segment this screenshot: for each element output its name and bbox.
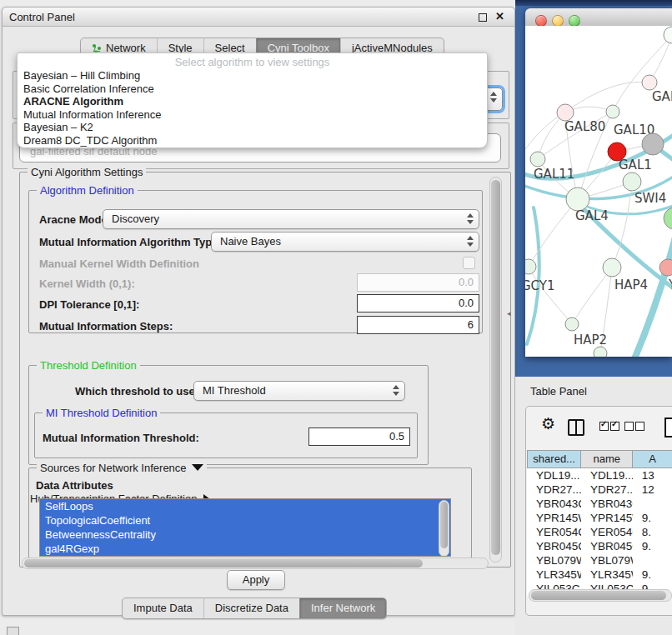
settings-vertical-scrollbar[interactable] — [489, 177, 502, 562]
sources-group-title[interactable]: Sources for Network Inference — [37, 462, 207, 474]
dropdown-item[interactable]: Mutual Information Inference — [18, 108, 487, 122]
network-icon — [92, 43, 102, 53]
control-panel-titlebar[interactable]: Control Panel ✕ — [3, 8, 514, 27]
group-title: MI Threshold Definition — [43, 407, 160, 419]
deselect-all-checkbox-icon[interactable] — [624, 422, 634, 431]
control-panel-title: Control Panel — [9, 11, 75, 23]
table-row[interactable]: YDL19...YDL19...13 — [527, 468, 672, 482]
bottom-tab-discretize-data[interactable]: Discretize Data — [203, 598, 299, 618]
columns-icon[interactable] — [568, 419, 584, 436]
data-attributes-label: Data Attributes — [36, 479, 113, 492]
network-node-swi4[interactable] — [623, 172, 641, 191]
mi-threshold-field[interactable]: 0.5 — [308, 428, 410, 446]
network-node-gal10[interactable] — [606, 105, 619, 118]
dropdown-item[interactable]: Bayesian – K2 — [18, 121, 487, 134]
network-node-hap4[interactable] — [603, 258, 621, 277]
dpi-tolerance-label: DPI Tolerance [0,1]: — [39, 298, 139, 311]
data-attributes-list[interactable]: SelfLoopsTopologicalCoefficientBetweenne… — [39, 498, 451, 557]
network-node-gal[interactable] — [642, 75, 657, 90]
table-row[interactable]: YBL079WYBL079W — [527, 553, 672, 568]
scrollbar-thumb[interactable] — [24, 559, 423, 568]
kernel-width-field[interactable]: 0.0 — [357, 273, 479, 292]
network-window-titlebar[interactable] — [525, 8, 672, 27]
table-row[interactable]: YLR345WYLR345W9. — [527, 568, 672, 582]
table-cell: 12 — [633, 482, 672, 497]
which-threshold-combo[interactable]: MI Threshold — [193, 381, 405, 401]
network-node-gal11[interactable] — [530, 152, 545, 167]
resize-grip-icon[interactable] — [7, 627, 19, 635]
mi-steps-label: Mutual Information Steps: — [39, 320, 173, 332]
network-node[interactable] — [664, 208, 672, 229]
table-cell: 13 — [633, 468, 672, 482]
sources-group: Sources for Network Inference Data Attri… — [28, 468, 472, 558]
table-row[interactable]: YPR145WYPR145W9. — [527, 511, 672, 525]
node-label: GAL1 — [619, 158, 652, 172]
close-icon[interactable]: ✕ — [495, 10, 504, 22]
network-node-gcy1[interactable] — [525, 259, 536, 274]
table-row[interactable]: YBR043CYBR043C — [527, 497, 672, 511]
network-node-gal4[interactable] — [566, 188, 589, 211]
select-all-checkbox-icon[interactable] — [599, 422, 609, 431]
minimize-traffic-light[interactable] — [552, 15, 564, 27]
scrollbar-thumb[interactable] — [491, 180, 500, 555]
network-node-y[interactable] — [659, 259, 672, 276]
mi-threshold-group: MI Threshold Definition Mutual Informati… — [34, 412, 418, 458]
deselect-all-checkbox-icon[interactable] — [635, 422, 644, 431]
network-view-window: GAL80GALGAL10GAL1GAL11SWI4GAL4GCY1HAP4YH… — [525, 8, 672, 357]
network-node-hap2[interactable] — [565, 318, 579, 331]
network-node-gal80[interactable] — [557, 104, 574, 121]
aracne-mode-combo[interactable]: Discovery — [103, 209, 479, 229]
column-header[interactable]: shared... — [527, 450, 581, 468]
apply-button[interactable]: Apply — [227, 570, 285, 590]
algorithm-dropdown-popup: Select algorithm to view settings Bayesi… — [17, 52, 488, 148]
node-label: GAL80 — [564, 119, 605, 134]
table-row[interactable]: YER054CYER054C8. — [527, 525, 672, 539]
dropdown-item[interactable]: Bayesian – Hill Climbing — [18, 69, 487, 82]
scrollbar-thumb[interactable] — [440, 502, 448, 548]
column-header[interactable]: A — [633, 450, 672, 468]
network-canvas[interactable]: GAL80GALGAL10GAL1GAL11SWI4GAL4GCY1HAP4YH… — [525, 26, 672, 357]
mi-steps-field[interactable]: 6 — [357, 316, 479, 334]
group-title: Cyni Algorithm Settings — [28, 166, 146, 178]
manual-kernel-label: Manual Kernel Width Definition — [39, 258, 199, 270]
close-traffic-light[interactable] — [535, 15, 547, 27]
new-table-icon[interactable] — [664, 418, 672, 438]
select-all-checkbox-icon[interactable] — [610, 422, 619, 431]
scrollbar-thumb[interactable] — [531, 591, 666, 600]
zoom-traffic-light[interactable] — [569, 15, 580, 27]
table-horizontal-scrollbar[interactable] — [529, 589, 672, 602]
mi-type-combo[interactable]: Naive Bayes — [211, 232, 479, 252]
node-label: GCY1 — [525, 278, 555, 293]
aracne-mode-value: Discovery — [112, 212, 159, 225]
float-window-icon[interactable] — [479, 13, 487, 22]
dropdown-item[interactable]: Basic Correlation Inference — [18, 82, 487, 96]
dropdown-item[interactable]: ARACNE Algorithm — [18, 95, 487, 108]
network-node[interactable] — [642, 133, 664, 155]
manual-kernel-checkbox[interactable] — [463, 257, 475, 269]
bottom-tab-impute-data[interactable]: Impute Data — [123, 598, 203, 618]
table-row[interactable]: YBR045CYBR045C9. — [527, 539, 672, 553]
dpi-tolerance-field[interactable]: 0.0 — [357, 294, 479, 312]
settings-horizontal-scrollbar[interactable] — [22, 558, 489, 569]
split-pane-handle[interactable]: ◂ — [507, 309, 511, 318]
attribute-list-item[interactable]: BetweennessCentrality — [40, 528, 450, 542]
attribute-list-item[interactable]: gal4RGexp — [40, 542, 450, 556]
table-cell: YER054C — [527, 525, 581, 539]
dropdown-item[interactable]: Dream8 DC_TDC Algorithm — [18, 134, 487, 148]
dropdown-hint: Select algorithm to view settings — [18, 56, 487, 68]
node-label: GAL11 — [534, 167, 574, 182]
table-cell: YBR045C — [581, 539, 633, 553]
table-row[interactable]: YDR27...YDR27...12 — [527, 482, 672, 497]
bottom-tab-infer-network[interactable]: Infer Network — [299, 598, 386, 618]
attribute-list-item[interactable]: SelfLoops — [40, 499, 450, 513]
attributes-scrollbar[interactable] — [439, 500, 449, 557]
dropdown-item-list: Bayesian – Hill ClimbingBasic Correlatio… — [18, 69, 487, 147]
column-header[interactable]: name — [581, 450, 633, 468]
network-node[interactable] — [594, 347, 607, 357]
node-label: GAL — [652, 89, 672, 104]
table-cell — [633, 497, 672, 511]
network-node[interactable] — [664, 27, 672, 43]
gear-icon[interactable]: ⚙ — [541, 414, 555, 433]
table-cell — [633, 553, 672, 568]
attribute-list-item[interactable]: TopologicalCoefficient — [40, 513, 450, 528]
